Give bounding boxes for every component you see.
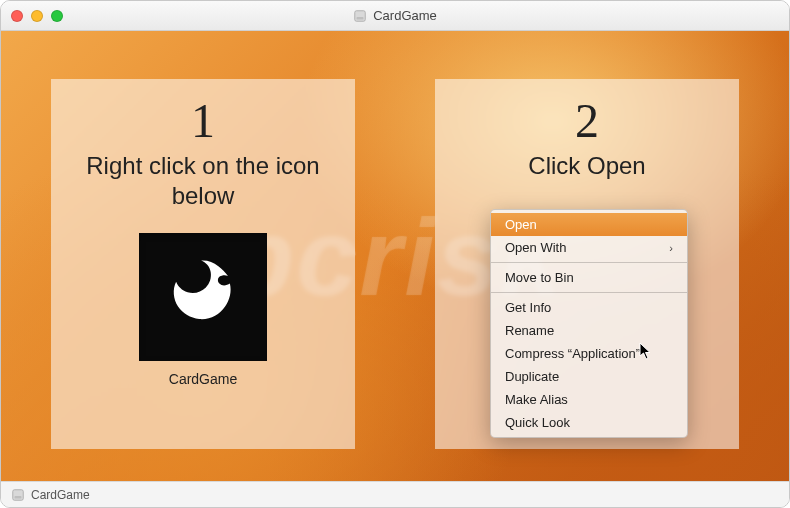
menu-item-get-info-label: Get Info <box>505 300 551 315</box>
step2-text: Click Open <box>435 145 739 181</box>
menu-item-open-label: Open <box>505 217 537 232</box>
step2-panel: 2 Click Open Open Open With › Move to Bi… <box>435 79 739 449</box>
close-button[interactable] <box>11 10 23 22</box>
svg-rect-1 <box>357 16 364 19</box>
menu-item-get-info[interactable]: Get Info <box>491 296 687 319</box>
zoom-button[interactable] <box>51 10 63 22</box>
svg-rect-0 <box>355 10 366 21</box>
window-title: CardGame <box>1 8 789 23</box>
menu-item-compress[interactable]: Compress “Application” <box>491 342 687 365</box>
menu-item-make-alias-label: Make Alias <box>505 392 568 407</box>
menu-separator <box>491 292 687 293</box>
traffic-lights <box>11 10 63 22</box>
menu-item-quick-look-label: Quick Look <box>505 415 570 430</box>
statusbar: CardGame <box>1 481 789 507</box>
step1-text: Right click on the icon below <box>51 145 355 211</box>
menu-item-compress-label: Compress “Application” <box>505 346 640 361</box>
menu-item-move-to-bin-label: Move to Bin <box>505 270 574 285</box>
content-area: pcrisk 1 Right click on the icon below C… <box>1 31 789 481</box>
disk-icon <box>11 488 25 502</box>
app-icon-label: CardGame <box>139 371 267 387</box>
svg-rect-3 <box>13 489 24 500</box>
minimize-button[interactable] <box>31 10 43 22</box>
svg-point-2 <box>222 276 226 280</box>
menu-item-duplicate[interactable]: Duplicate <box>491 365 687 388</box>
menu-separator <box>491 262 687 263</box>
dragon-icon <box>155 249 251 345</box>
disk-icon <box>353 9 367 23</box>
menu-item-make-alias[interactable]: Make Alias <box>491 388 687 411</box>
app-icon[interactable] <box>139 233 267 361</box>
step2-number: 2 <box>435 79 739 145</box>
menu-item-rename-label: Rename <box>505 323 554 338</box>
window-title-text: CardGame <box>373 8 437 23</box>
menu-item-open-with[interactable]: Open With › <box>491 236 687 259</box>
chevron-right-icon: › <box>669 242 673 254</box>
svg-rect-4 <box>15 495 22 498</box>
context-menu: Open Open With › Move to Bin Get Info Re… <box>490 209 688 438</box>
step1-number: 1 <box>51 79 355 145</box>
statusbar-label: CardGame <box>31 488 90 502</box>
menu-item-rename[interactable]: Rename <box>491 319 687 342</box>
menu-item-move-to-bin[interactable]: Move to Bin <box>491 266 687 289</box>
menu-item-quick-look[interactable]: Quick Look <box>491 411 687 434</box>
installer-window: CardGame pcrisk 1 Right click on the ico… <box>0 0 790 508</box>
menu-item-open-with-label: Open With <box>505 240 566 255</box>
menu-item-duplicate-label: Duplicate <box>505 369 559 384</box>
menu-item-open[interactable]: Open <box>491 213 687 236</box>
step1-panel: 1 Right click on the icon below CardGame <box>51 79 355 449</box>
app-icon-container: CardGame <box>139 233 267 387</box>
titlebar: CardGame <box>1 1 789 31</box>
